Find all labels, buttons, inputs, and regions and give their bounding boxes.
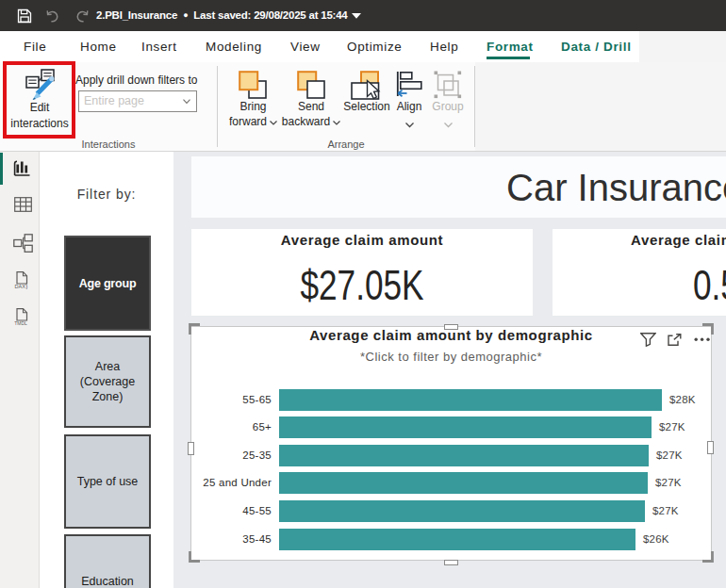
svg-text:DAX): DAX) [14, 283, 27, 289]
svg-text:TMDL: TMDL [14, 320, 27, 326]
